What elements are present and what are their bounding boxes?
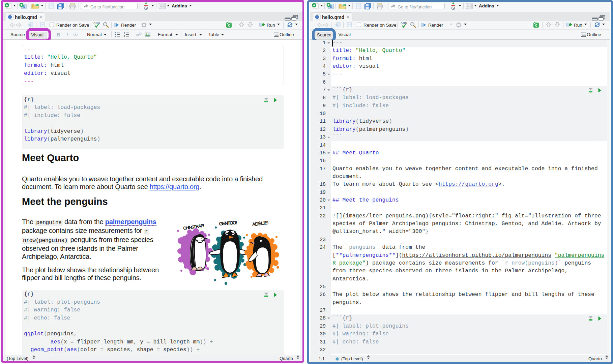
svg-text:1: 1 (124, 32, 125, 34)
svg-text:ADÉLIE!: ADÉLIE! (252, 220, 269, 227)
svg-text:ABC: ABC (93, 21, 100, 25)
svg-text:GENTOO!: GENTOO! (219, 220, 237, 226)
svg-text:2: 2 (124, 35, 125, 37)
svg-text:ABC: ABC (401, 21, 407, 25)
